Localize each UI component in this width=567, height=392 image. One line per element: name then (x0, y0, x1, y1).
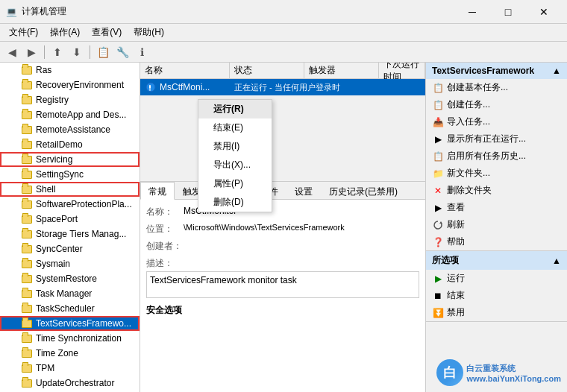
sidebar-item-retaildemo[interactable]: RetailDemo (0, 137, 140, 152)
action-run[interactable]: ▶ 运行 (426, 270, 567, 287)
show-running-icon: ▶ (432, 133, 444, 145)
folder-icon (21, 288, 33, 300)
menu-action[interactable]: 操作(A) (44, 25, 86, 40)
sidebar-item-shell[interactable]: Shell (0, 182, 140, 197)
folder-icon (21, 124, 33, 136)
show-hide-button[interactable]: ⬇ (68, 44, 86, 60)
sidebar-item-servicing[interactable]: Servicing (0, 152, 140, 167)
sidebar-item-tpm[interactable]: TPM (0, 361, 140, 376)
menu-file[interactable]: 文件(F) (3, 25, 44, 40)
folder-icon (21, 79, 33, 91)
sidebar-item-remoteapp[interactable]: RemoteApp and Des... (0, 107, 140, 122)
context-menu-disable[interactable]: 禁用(I) (198, 137, 272, 156)
task-row-msctfmonitor[interactable]: MsCtfMoni... 正在运行 - 当任何用户登录时 (140, 79, 425, 95)
create-basic-icon: 📋 (432, 82, 444, 94)
up-button[interactable]: ⬆ (48, 44, 66, 60)
watermark-text: 白云重装系统www.baiYunXiTong.com (466, 363, 561, 383)
sidebar-item-timezone[interactable]: Time Zone (0, 346, 140, 361)
tab-general[interactable]: 常规 (140, 182, 175, 200)
action-disable[interactable]: ⏬ 禁用 (426, 304, 567, 321)
action-new-folder[interactable]: 📁 新文件夹... (426, 165, 567, 182)
detail-desc-row: 描述： TextServicesFramework monitor task (146, 257, 419, 298)
right-panel-header-selected: 所选项 ▲ (426, 251, 567, 270)
main-layout: Ras RecoveryEnvironment Registry RemoteA… (0, 63, 567, 392)
run-icon: ▶ (432, 273, 444, 285)
folder-icon (21, 228, 33, 240)
folder-icon (21, 94, 33, 106)
action-delete-folder[interactable]: ✕ 删除文件夹 (426, 182, 567, 199)
context-menu-properties[interactable]: 属性(P) (198, 174, 272, 193)
sidebar-item-softwareprotection[interactable]: SoftwareProtectionPla... (0, 197, 140, 212)
disable-icon: ⏬ (432, 307, 444, 319)
action-create-task[interactable]: 📋 创建任务... (426, 96, 567, 113)
sidebar-item-ras[interactable]: Ras (0, 63, 140, 78)
minimize-button[interactable]: ─ (455, 0, 489, 24)
sidebar-item-textservices[interactable]: TextServicesFramewo... (0, 316, 140, 331)
detail-location-label: 位置： (146, 223, 184, 235)
detail-location-value: \Microsoft\Windows\TextServicesFramework (184, 223, 419, 235)
context-menu-run[interactable]: 运行(R) (198, 100, 272, 118)
maximize-button[interactable]: □ (491, 0, 525, 24)
properties-toolbar-button[interactable]: 🔧 (113, 44, 131, 60)
window-icon: 💻 (6, 7, 17, 17)
help-icon: ❓ (432, 236, 444, 248)
sidebar-item-registry[interactable]: Registry (0, 92, 140, 107)
action-create-basic[interactable]: 📋 创建基本任务... (426, 79, 567, 96)
sidebar-item-taskmanager[interactable]: Task Manager (0, 286, 140, 301)
task-cell-name: MsCtfMoni... (140, 79, 230, 95)
toolbar: ◀ ▶ ⬆ ⬇ 📋 🔧 ℹ (0, 42, 567, 63)
sidebar-item-settingsync[interactable]: SettingSync (0, 167, 140, 182)
folder-icon (21, 198, 33, 210)
new-task-button[interactable]: 📋 (94, 44, 112, 60)
refresh-icon (432, 219, 444, 231)
action-import[interactable]: 📥 导入任务... (426, 113, 567, 130)
folder-icon (21, 168, 33, 180)
folder-icon (21, 109, 33, 121)
action-help[interactable]: ❓ 帮助 (426, 233, 567, 250)
task-cell-trigger (379, 79, 425, 95)
create-task-icon: 📋 (432, 99, 444, 111)
folder-icon (21, 183, 33, 195)
menu-bar: 文件(F) 操作(A) 查看(V) 帮助(H) (0, 24, 567, 42)
sidebar-item-systemrestore[interactable]: SystemRestore (0, 271, 140, 286)
tab-settings[interactable]: 设置 (286, 182, 321, 199)
tab-history[interactable]: 历史记录(已禁用) (321, 182, 406, 199)
new-folder-icon: 📁 (432, 168, 444, 180)
toolbar-separator-1 (44, 45, 45, 59)
sidebar-item-storagetiers[interactable]: Storage Tiers Manag... (0, 227, 140, 241)
action-enable-history[interactable]: 📋 启用所有任务历史... (426, 148, 567, 165)
menu-help[interactable]: 帮助(H) (128, 25, 170, 40)
detail-location-row: 位置： \Microsoft\Windows\TextServicesFrame… (146, 223, 419, 235)
forward-button[interactable]: ▶ (22, 44, 40, 60)
back-button[interactable]: ◀ (3, 44, 21, 60)
window-title: 计算机管理 (22, 5, 66, 18)
action-end[interactable]: ⏹ 结束 (426, 287, 567, 304)
title-bar-controls: ─ □ ✕ (455, 0, 561, 24)
help-toolbar-button[interactable]: ℹ (133, 44, 151, 60)
detail-author-label: 创建者： (146, 240, 184, 253)
close-button[interactable]: ✕ (527, 0, 561, 24)
context-menu-export[interactable]: 导出(X)... (198, 156, 272, 174)
sidebar-item-taskscheduler[interactable]: TaskScheduler (0, 301, 140, 316)
menu-view[interactable]: 查看(V) (86, 25, 128, 40)
col-header-name: 名称 (140, 63, 230, 78)
action-refresh[interactable]: 刷新 (426, 216, 567, 233)
sidebar-item-synccenter[interactable]: SyncCenter (0, 241, 140, 256)
details-panel: 名称： MsCtfMonitor 位置： \Microsoft\Windows\… (140, 200, 425, 392)
sidebar-item-updateorchestrator[interactable]: UpdateOrchestrator (0, 376, 140, 391)
task-cell-status: 正在运行 - 当任何用户登录时 (230, 79, 379, 95)
action-show-running[interactable]: ▶ 显示所有正在运行... (426, 130, 567, 148)
sidebar-item-sysmain[interactable]: Sysmain (0, 256, 140, 271)
context-menu-delete[interactable]: 删除(D) (198, 193, 272, 212)
task-list: 名称 状态 触发器 下次运行时间 MsCtfMoni... 正在运行 - 当任何… (140, 63, 425, 182)
col-header-trigger: 触发器 (304, 63, 379, 78)
sidebar-item-recoveryenvironment[interactable]: RecoveryEnvironment (0, 78, 140, 92)
sidebar-item-remoteassistance[interactable]: RemoteAssistance (0, 122, 140, 137)
svg-rect-1 (149, 85, 151, 89)
sidebar-item-timesync[interactable]: Time Synchronization (0, 331, 140, 346)
context-menu-end[interactable]: 结束(E) (198, 118, 272, 137)
watermark-icon: 白 (436, 359, 463, 386)
action-view[interactable]: ▶ 查看 (426, 199, 567, 216)
sidebar-item-spaceport[interactable]: SpacePort (0, 212, 140, 227)
enable-history-icon: 📋 (432, 151, 444, 162)
